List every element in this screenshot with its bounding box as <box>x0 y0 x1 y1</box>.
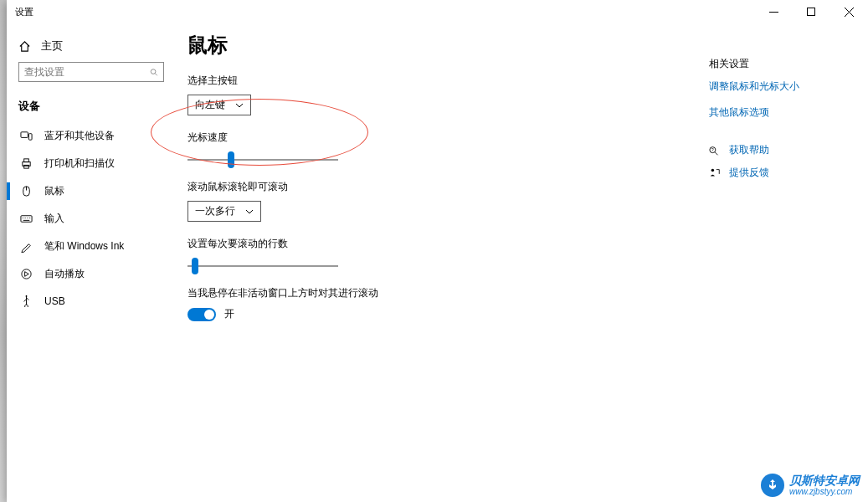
sidebar-item-bluetooth[interactable]: 蓝牙和其他设备 <box>7 122 176 150</box>
svg-rect-3 <box>28 134 32 141</box>
sidebar-item-pen[interactable]: 笔和 Windows Ink <box>7 233 176 260</box>
chevron-down-icon <box>235 101 244 110</box>
watermark: 贝斯特安卓网 www.zjbstyy.com <box>761 474 860 497</box>
help-icon: ? <box>709 145 721 156</box>
desktop-edge <box>0 0 7 502</box>
sidebar-item-usb[interactable]: USB <box>7 288 176 314</box>
sidebar-item-label: 打印机和扫描仪 <box>44 156 115 171</box>
related-settings-header: 相关设置 <box>709 57 835 71</box>
titlebar: 设置 <box>7 0 868 23</box>
mouse-icon <box>20 185 33 197</box>
scroll-lines-slider[interactable] <box>187 265 338 267</box>
close-icon <box>845 8 854 17</box>
cursor-speed-slider[interactable] <box>187 159 338 161</box>
scroll-wheel-select[interactable]: 一次多行 <box>187 201 261 222</box>
home-label: 主页 <box>41 38 63 54</box>
sidebar: 主页 设备 蓝牙和其他设备 打印机和扫描仪 鼠标 输入 <box>7 23 176 502</box>
svg-point-1 <box>151 69 156 74</box>
page-title: 鼠标 <box>187 32 868 59</box>
watermark-title: 贝斯特安卓网 <box>789 474 860 487</box>
devices-icon <box>20 130 33 142</box>
related-settings-rail: 相关设置 调整鼠标和光标大小 其他鼠标选项 ? 获取帮助 提供反馈 <box>709 57 835 188</box>
settings-window: 设置 主页 设备 蓝牙和其他设备 <box>7 0 868 502</box>
keyboard-icon <box>20 213 33 225</box>
sidebar-item-typing[interactable]: 输入 <box>7 205 176 233</box>
primary-button-select[interactable]: 向左键 <box>187 95 251 115</box>
maximize-button[interactable] <box>793 0 830 23</box>
watermark-sub: www.zjbstyy.com <box>789 487 860 496</box>
inactive-hover-toggle[interactable] <box>187 308 216 321</box>
svg-point-9 <box>22 269 31 279</box>
sidebar-item-label: USB <box>44 295 65 307</box>
svg-text:?: ? <box>711 146 714 151</box>
rail-help-label: 获取帮助 <box>729 143 769 157</box>
sidebar-item-label: 输入 <box>44 212 64 226</box>
svg-rect-8 <box>21 216 32 223</box>
sidebar-item-autoplay[interactable]: 自动播放 <box>7 260 176 288</box>
svg-point-13 <box>711 168 715 172</box>
search-icon <box>150 67 158 78</box>
home-link[interactable]: 主页 <box>7 33 176 62</box>
minimize-icon <box>769 8 778 17</box>
sidebar-item-mouse[interactable]: 鼠标 <box>7 177 176 205</box>
rail-give-feedback[interactable]: 提供反馈 <box>709 166 835 180</box>
svg-rect-5 <box>24 159 29 162</box>
inactive-hover-state: 开 <box>224 307 234 321</box>
search-box[interactable] <box>18 62 164 82</box>
primary-button-value: 向左键 <box>195 98 225 112</box>
close-button[interactable] <box>830 0 868 23</box>
scroll-lines-label: 设置每次要滚动的行数 <box>187 237 868 251</box>
autoplay-icon <box>20 268 33 280</box>
watermark-icon <box>761 474 784 497</box>
sidebar-item-printers[interactable]: 打印机和扫描仪 <box>7 150 176 177</box>
scroll-wheel-value: 一次多行 <box>195 204 235 218</box>
svg-rect-2 <box>21 132 28 138</box>
rail-link-cursor-size[interactable]: 调整鼠标和光标大小 <box>709 79 835 94</box>
home-icon <box>18 40 31 53</box>
rail-feedback-label: 提供反馈 <box>729 166 769 180</box>
inactive-hover-label: 当我悬停在非活动窗口上方时对其进行滚动 <box>187 286 868 300</box>
minimize-button[interactable] <box>755 0 793 23</box>
svg-point-10 <box>26 295 28 297</box>
printer-icon <box>20 157 33 170</box>
svg-rect-0 <box>808 8 815 15</box>
maximize-icon <box>807 8 816 17</box>
sidebar-item-label: 自动播放 <box>44 267 85 281</box>
search-input[interactable] <box>24 66 150 78</box>
main-content: 鼠标 选择主按钮 向左键 光标速度 滚动鼠标滚轮即可滚动 一次多行 设置每次要滚… <box>176 23 868 502</box>
sidebar-item-label: 笔和 Windows Ink <box>44 239 124 254</box>
chevron-down-icon <box>245 207 254 216</box>
feedback-icon <box>709 167 721 179</box>
window-title: 设置 <box>15 6 33 18</box>
rail-link-other-mouse[interactable]: 其他鼠标选项 <box>709 105 835 120</box>
rail-get-help[interactable]: ? 获取帮助 <box>709 143 835 157</box>
usb-icon <box>20 295 33 307</box>
sidebar-item-label: 鼠标 <box>44 184 64 198</box>
sidebar-item-label: 蓝牙和其他设备 <box>44 129 115 143</box>
pen-icon <box>20 240 33 253</box>
sidebar-section-header: 设备 <box>7 94 176 122</box>
